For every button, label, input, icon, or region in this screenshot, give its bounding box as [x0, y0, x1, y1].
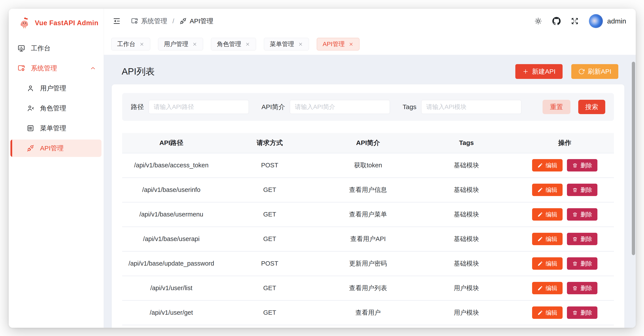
- theme-sun-icon[interactable]: [534, 17, 542, 25]
- sidebar: Vue FastAPI Admin 工作台 系统管理: [9, 9, 104, 328]
- edit-button[interactable]: 编辑: [532, 233, 562, 245]
- scrollbar[interactable]: [632, 62, 635, 255]
- delete-button[interactable]: 删除: [567, 184, 598, 196]
- create-api-button[interactable]: 新建API: [515, 64, 562, 79]
- tags-cell: 基础模块: [417, 177, 516, 202]
- delete-button[interactable]: 删除: [567, 257, 598, 270]
- path-label: 路径: [131, 103, 144, 112]
- table-row-partial: [122, 325, 614, 328]
- close-icon[interactable]: [348, 42, 354, 47]
- breadcrumb-label: API管理: [190, 17, 213, 26]
- filter-actions: 重置 搜索: [542, 100, 605, 114]
- col-tags: Tags: [417, 133, 516, 153]
- table-row: /api/v1/user/get GET 查看用户 用户模块 编辑 删: [122, 300, 614, 325]
- method-cell: POST: [220, 251, 319, 276]
- tab-menu-management[interactable]: 菜单管理: [264, 38, 309, 50]
- sidebar-menu: 工作台 系统管理 用户管理: [9, 37, 104, 160]
- actions-cell: 编辑 删除: [516, 300, 614, 325]
- table-row: /api/v1/user/list GET 查看用户列表 用户模块 编辑: [122, 276, 614, 300]
- logo[interactable]: Vue FastAPI Admin: [9, 9, 104, 37]
- close-icon[interactable]: [192, 42, 197, 47]
- edit-button[interactable]: 编辑: [532, 184, 562, 196]
- pencil-icon: [537, 310, 543, 316]
- tab-user-management[interactable]: 用户管理: [158, 38, 203, 50]
- path-filter: 路径: [131, 100, 249, 114]
- tab-workbench[interactable]: 工作台: [111, 38, 150, 50]
- close-icon[interactable]: [298, 42, 303, 47]
- sidebar-item-api-management[interactable]: API管理: [10, 140, 102, 157]
- summary-cell: 查看用户菜单: [319, 202, 417, 227]
- tags-cell: 基础模块: [417, 153, 516, 177]
- sidebar-item-label: 用户管理: [40, 84, 66, 93]
- topbar: 系统管理 / API管理: [104, 9, 636, 33]
- tags-label: Tags: [402, 103, 416, 111]
- tags-filter: Tags: [402, 100, 521, 114]
- window-gear-icon: [131, 17, 138, 25]
- edit-button[interactable]: 编辑: [532, 208, 562, 221]
- sidebar-item-workbench[interactable]: 工作台: [10, 39, 102, 57]
- method-cell: GET: [220, 276, 319, 300]
- summary-cell: 查看用户列表: [319, 276, 417, 300]
- tab-role-management[interactable]: 角色管理: [211, 38, 256, 50]
- edit-button[interactable]: 编辑: [532, 257, 562, 270]
- summary-input[interactable]: [290, 100, 390, 114]
- delete-button[interactable]: 删除: [567, 233, 598, 245]
- person-icon: [26, 84, 34, 92]
- reset-button[interactable]: 重置: [542, 100, 570, 114]
- delete-button[interactable]: 删除: [567, 208, 598, 221]
- delete-button[interactable]: 删除: [567, 159, 598, 171]
- pencil-icon: [537, 285, 543, 291]
- collapse-sidebar-icon[interactable]: [112, 17, 121, 25]
- breadcrumb-system-management[interactable]: 系统管理: [131, 17, 167, 26]
- table-row: /api/v1/base/access_token POST 获取token 基…: [122, 153, 614, 177]
- sidebar-item-label: 角色管理: [40, 104, 66, 113]
- actions-cell: 编辑 删除: [516, 276, 614, 300]
- method-cell: GET: [220, 227, 319, 251]
- pencil-icon: [537, 236, 543, 242]
- edit-button[interactable]: 编辑: [532, 282, 562, 294]
- col-method: 请求方式: [220, 133, 319, 153]
- path-input[interactable]: [149, 100, 249, 114]
- fullscreen-icon[interactable]: [571, 17, 579, 25]
- page-title: API列表: [122, 65, 155, 78]
- monitor-icon: [18, 44, 25, 52]
- list-square-icon: [26, 124, 34, 132]
- trash-icon: [572, 212, 578, 217]
- sidebar-item-role-management[interactable]: 角色管理: [10, 100, 102, 117]
- search-button[interactable]: 搜索: [578, 100, 605, 114]
- delete-button[interactable]: 删除: [567, 307, 598, 319]
- main-area: 系统管理 / API管理: [104, 9, 636, 328]
- tab-api-management[interactable]: API管理: [317, 38, 360, 50]
- tags-input[interactable]: [421, 100, 522, 114]
- plus-icon: [522, 68, 529, 75]
- pencil-icon: [537, 261, 543, 266]
- edit-button[interactable]: 编辑: [532, 159, 562, 171]
- username: admin: [607, 17, 626, 25]
- api-list-card: 路径 API简介 Tags 重置 搜索: [112, 84, 624, 328]
- table-row: /api/v1/base/usermenu GET 查看用户菜单 基础模块 编辑: [122, 202, 614, 227]
- tab-label: 角色管理: [217, 40, 241, 48]
- table-header-row: API路径 请求方式 API简介 Tags 操作: [122, 133, 614, 153]
- tags-cell: 用户模块: [417, 300, 516, 325]
- refresh-api-button[interactable]: 刷新API: [571, 64, 618, 79]
- sidebar-item-menu-management[interactable]: 菜单管理: [10, 120, 102, 137]
- breadcrumb-label: 系统管理: [141, 17, 167, 26]
- summary-cell: 查看用户API: [319, 227, 417, 251]
- close-icon[interactable]: [245, 42, 250, 47]
- summary-filter: API简介: [262, 100, 390, 114]
- page-actions: 新建API 刷新API: [515, 64, 618, 79]
- table-row: /api/v1/base/userinfo GET 查看用户信息 基础模块 编辑: [122, 177, 614, 202]
- sidebar-item-system-management[interactable]: 系统管理: [10, 60, 102, 77]
- github-icon[interactable]: [552, 17, 560, 25]
- breadcrumb-api-management[interactable]: API管理: [180, 17, 213, 26]
- tags-cell: 基础模块: [417, 202, 516, 227]
- summary-cell: 查看用户信息: [319, 177, 417, 202]
- user-menu[interactable]: admin: [589, 14, 626, 28]
- sidebar-item-user-management[interactable]: 用户管理: [10, 80, 102, 97]
- window-gear-icon: [18, 64, 25, 72]
- close-icon[interactable]: [139, 42, 144, 47]
- delete-button[interactable]: 删除: [567, 282, 598, 294]
- edit-button[interactable]: 编辑: [532, 307, 562, 319]
- sidebar-item-label: 工作台: [31, 44, 50, 53]
- trash-icon: [572, 187, 578, 193]
